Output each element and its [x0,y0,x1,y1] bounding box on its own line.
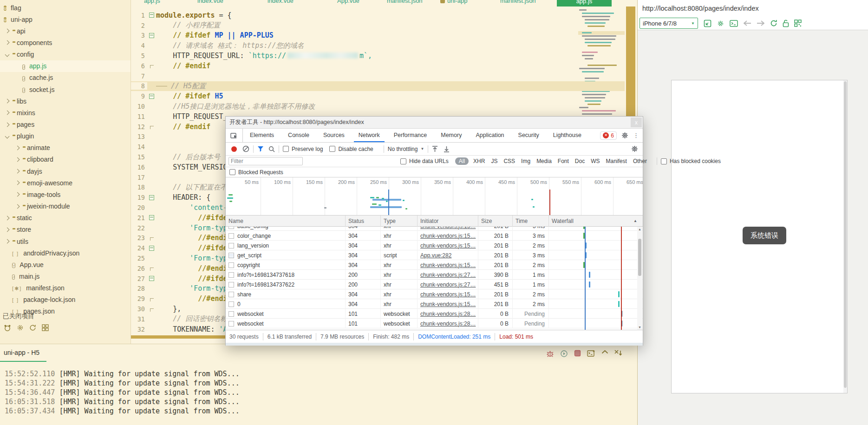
new-terminal-icon[interactable] [587,350,595,358]
sidebar-item-api[interactable]: api [0,25,131,37]
devtools-tab-network[interactable]: Network [354,129,385,142]
table-scrollbar[interactable]: ▲ ▼ [637,227,642,330]
open-external-icon[interactable] [704,20,711,27]
export-har-icon[interactable] [444,146,450,152]
fold-collapse-icon[interactable] [147,215,156,220]
network-row-info?t=1698134737618[interactable]: info?t=1698134737618200xhrchunk-vendors.… [226,270,643,280]
code-line-5[interactable]: 5 HTTP_REQUEST_URL: `https://m`, [131,51,625,61]
code-line-3[interactable]: 3 // #ifdef MP || APP-PLUS [131,31,625,41]
chevron-right-icon[interactable] [15,157,20,162]
sidebar-item-image-tools[interactable]: image-tools [0,189,131,200]
fold-collapse-icon[interactable] [147,246,156,251]
restart-icon[interactable] [560,350,568,358]
network-row-get_script[interactable]: get_script304scriptApp.vue:282201 B3 ms [226,250,643,260]
disable-cache-checkbox[interactable]: Disable cache [329,146,373,152]
initiator-link[interactable]: chunk-vendors.js:27… [420,281,476,288]
code-line-8[interactable]: 8// H5配置 [131,81,625,92]
sidebar-item-uni-app[interactable]: uuni-app [0,13,131,25]
filter-pill-js[interactable]: JS [491,158,497,164]
sidebar-item-utils[interactable]: utils [0,235,131,247]
phone-scrollbar[interactable] [843,80,847,393]
refresh-icon[interactable] [770,20,777,27]
devtools-tab-memory[interactable]: Memory [436,129,466,142]
throttling-select[interactable]: No throttling▼ [388,146,424,152]
initiator-link[interactable]: chunk-vendors.js:15… [420,227,476,229]
console-tab-uniapp-h5[interactable]: uni-app - H5 [4,349,39,356]
code-line-4[interactable]: 4 // 请求域名 格式： https://您的域名 [131,40,625,51]
column-header-name[interactable]: Name [226,216,345,227]
devtools-tab-performance[interactable]: Performance [389,129,432,142]
inspect-element-icon[interactable] [226,129,243,142]
clear-console-icon[interactable] [614,350,623,358]
fold-end-mark[interactable] [147,63,156,68]
initiator-link[interactable]: chunk-vendors.js:27… [420,272,476,278]
chevron-right-icon[interactable] [5,122,10,127]
request-checkbox[interactable] [228,243,234,248]
sidebar-item-plugin[interactable]: plugin [0,131,131,142]
code-line-1[interactable]: 1module.exports = { [131,10,625,20]
sidebar-item-pages.json[interactable]: [ ]pages.json [0,306,131,317]
back-icon[interactable] [743,20,751,26]
network-row-websocket[interactable]: websocket101websocketchunk-vendors.js:28… [226,319,643,328]
sidebar-item-components[interactable]: components [0,37,131,48]
request-checkbox[interactable] [228,301,234,307]
chevron-down-icon[interactable] [5,52,10,57]
sidebar-item-pages[interactable]: pages [0,119,131,131]
chevron-right-icon[interactable] [5,227,10,232]
theme-mascot-icon[interactable] [4,324,11,331]
open-console-icon[interactable] [730,20,738,27]
chevron-right-icon[interactable] [15,192,20,197]
editor-tab-app.js[interactable]: app.js [144,0,160,4]
code-line-7[interactable]: 7 [131,71,625,81]
request-checkbox[interactable] [228,282,234,288]
settings-gear-icon[interactable] [621,132,628,139]
sidebar-item-config[interactable]: config [0,49,131,60]
filter-funnel-icon[interactable] [257,146,264,152]
chevron-right-icon[interactable] [15,145,20,150]
address-bar[interactable]: http://localhost:8080/pages/index/index [638,0,868,17]
sidebar-item-store[interactable]: store [0,224,131,235]
initiator-link[interactable]: chunk-vendors.js:28… [420,320,476,327]
qr-code-icon[interactable] [794,20,802,27]
initiator-link[interactable]: chunk-vendors.js:15… [420,291,476,298]
chevron-right-icon[interactable] [5,40,10,45]
chevron-right-icon[interactable] [15,181,20,185]
scroll-down-icon[interactable]: ▼ [637,326,642,329]
fold-end-mark[interactable] [147,124,156,129]
chevron-right-icon[interactable] [5,111,10,115]
editor-tab-manifest.json[interactable]: manifest.json [500,0,536,4]
initiator-link[interactable]: chunk-vendors.js:15… [420,262,476,268]
table-scrollbar-thumb[interactable] [638,239,641,276]
fold-end-mark[interactable] [147,296,156,301]
editor-tab-index.vue[interactable]: index.vue [268,0,294,4]
request-checkbox[interactable] [228,311,234,317]
chevron-down-icon[interactable] [5,134,10,138]
network-row-lang_version[interactable]: lang_version304xhrchunk-vendors.js:15…20… [226,241,643,250]
sidebar-item-manifest.json[interactable]: [✱]manifest.json [0,282,131,294]
sidebar-item-socket.js[interactable]: Jsocket.js [0,84,131,95]
stop-icon[interactable] [574,350,581,358]
filter-pill-manifest[interactable]: Manifest [606,158,627,164]
sidebar-item-animate[interactable]: animate [0,142,131,154]
devtools-tab-security[interactable]: Security [514,129,544,142]
filter-pill-img[interactable]: Img [521,158,530,164]
filter-pill-all[interactable]: All [455,157,469,165]
network-row-basic_config[interactable]: basic_config304xhrchunk-vendors.js:15…20… [226,227,643,231]
filter-input[interactable] [228,157,303,165]
network-row-copyright[interactable]: copyright304xhrchunk-vendors.js:15…201 B… [226,260,643,270]
sidebar-item-flag[interactable]: uflag [0,2,131,13]
filter-pill-media[interactable]: Media [536,158,552,164]
fold-collapse-icon[interactable] [147,94,156,99]
clear-network-log-icon[interactable] [242,145,249,152]
scroll-up-icon[interactable]: ▲ [637,228,642,231]
sidebar-item-mixins[interactable]: mixins [0,107,131,118]
error-count-badge[interactable]: ✕ 6 [600,131,617,140]
devtools-tab-elements[interactable]: Elements [245,129,279,142]
network-row-color_change[interactable]: color_change304xhrchunk-vendors.js:15…20… [226,231,643,241]
request-checkbox[interactable] [228,227,234,229]
request-checkbox[interactable] [228,292,234,297]
preview-settings-icon[interactable] [717,20,724,27]
forward-icon[interactable] [757,20,765,26]
sidebar-item-emoji-awesome[interactable]: emoji-awesome [0,177,131,189]
fold-end-mark[interactable] [147,266,156,271]
